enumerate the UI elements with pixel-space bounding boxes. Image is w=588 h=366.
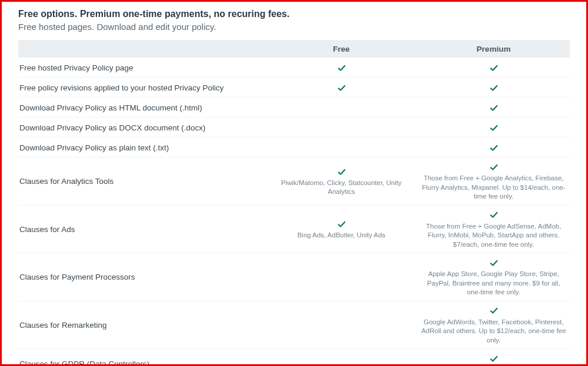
- feature-label: Clauses for GDPR (Data Controllers): [18, 360, 265, 366]
- check-icon: [490, 259, 498, 267]
- check-icon: [490, 144, 498, 152]
- table-row: Clauses for AdsBing Ads, AdButler, Unity…: [18, 206, 570, 254]
- premium-cell: Google AdWords, Twitter, Facebook, Pinte…: [417, 305, 570, 345]
- table-row: Clauses for Analytics ToolsPiwik/Matomo,…: [18, 157, 570, 206]
- table-row: Download Privacy Policy as DOCX document…: [18, 117, 570, 137]
- premium-cell: Those from Free + Google Analytics, Fire…: [417, 162, 570, 202]
- premium-cell: It can be included, one-time fee only.: [417, 353, 570, 366]
- table-row: Clauses for RemarketingGoogle AdWords, T…: [18, 301, 570, 350]
- page-subtitle: Free hosted pages. Download and edit you…: [18, 22, 570, 32]
- premium-cell: Those from Free + Google AdSense, AdMob,…: [417, 210, 570, 250]
- table-row: Free policy revisions applied to your ho…: [18, 78, 570, 98]
- premium-desc: Those from Free + Google Analytics, Fire…: [417, 174, 570, 202]
- feature-label: Free policy revisions applied to your ho…: [18, 83, 265, 92]
- premium-cell: [417, 82, 570, 93]
- table-row: Clauses for GDPR (Data Controllers)It ca…: [18, 349, 570, 366]
- check-icon: [490, 355, 498, 363]
- col-free: Free: [265, 45, 417, 53]
- feature-label: Clauses for Analytics Tools: [18, 177, 265, 186]
- feature-label: Clauses for Remarketing: [18, 321, 265, 330]
- check-icon: [490, 211, 498, 219]
- premium-cell: Apple App Store, Google Play Store, Stri…: [417, 257, 570, 297]
- table-row: Download Privacy Policy as HTML document…: [18, 98, 570, 117]
- check-icon: [338, 84, 346, 92]
- free-cell: [265, 62, 417, 73]
- check-icon: [338, 168, 346, 176]
- check-icon: [490, 84, 498, 92]
- table-row: Download Privacy Policy as plain text (.…: [18, 137, 570, 157]
- premium-desc: Those from Free + Google AdSense, AdMob,…: [417, 222, 570, 250]
- check-icon: [490, 64, 498, 72]
- table-header: Free Premium: [18, 40, 570, 58]
- feature-label: Clauses for Ads: [18, 225, 265, 234]
- premium-desc: Google AdWords, Twitter, Facebook, Pinte…: [417, 318, 570, 345]
- check-icon: [338, 64, 346, 72]
- page-title: Free options. Premium one-time payments,…: [18, 9, 570, 19]
- col-premium: Premium: [417, 45, 570, 53]
- premium-cell: [417, 122, 570, 133]
- premium-cell: [417, 62, 570, 73]
- free-cell: Piwik/Matomo, Clicky, Statcounter, Unity…: [265, 166, 417, 197]
- comparison-table: Free Premium Free hosted Privacy Policy …: [18, 40, 570, 366]
- feature-label: Download Privacy Policy as plain text (.…: [18, 143, 265, 152]
- check-icon: [338, 220, 346, 229]
- free-desc: Bing Ads, AdButler, Unity Ads: [265, 231, 417, 240]
- free-desc: Piwik/Matomo, Clicky, Statcounter, Unity…: [265, 179, 417, 197]
- premium-cell: [417, 142, 570, 153]
- check-icon: [490, 163, 498, 172]
- feature-label: Download Privacy Policy as DOCX document…: [18, 123, 265, 132]
- feature-label: Download Privacy Policy as HTML document…: [18, 103, 265, 112]
- check-icon: [490, 307, 498, 315]
- check-icon: [490, 124, 498, 132]
- feature-label: Clauses for Payment Processors: [18, 273, 265, 281]
- premium-cell: [417, 102, 570, 113]
- table-row: Free hosted Privacy Policy page: [18, 58, 570, 78]
- premium-desc: Apple App Store, Google Play Store, Stri…: [417, 270, 570, 297]
- feature-label: Free hosted Privacy Policy page: [18, 63, 265, 72]
- table-row: Clauses for Payment ProcessorsApple App …: [18, 253, 570, 301]
- free-cell: Bing Ads, AdButler, Unity Ads: [265, 219, 417, 240]
- check-icon: [490, 104, 498, 112]
- free-cell: [265, 82, 417, 93]
